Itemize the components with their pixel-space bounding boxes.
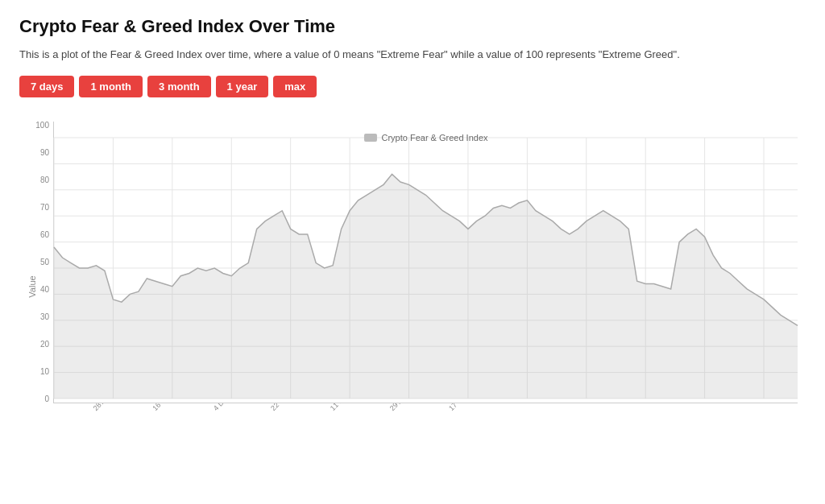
x-label: 10 Jul, 2023 [53, 403, 67, 412]
y-tick-80: 80 [40, 176, 49, 184]
x-label: 16 Oct, 2023 [151, 403, 186, 412]
subtitle: This is a plot of the Fear & Greed Index… [19, 47, 806, 63]
y-tick-90: 90 [40, 149, 49, 157]
legend: Crypto Fear & Greed Index [363, 133, 487, 143]
x-label: 17 Jun, 2024 [446, 403, 482, 412]
y-tick-10: 10 [40, 368, 49, 376]
x-label: 28 Aug, 2023 [91, 403, 127, 412]
legend-color-box [363, 134, 376, 142]
y-tick-0: 0 [44, 395, 49, 403]
chart-container: Value 0102030405060708090100 Crypto Fear… [19, 114, 806, 460]
btn-3month[interactable]: 3 month [147, 76, 211, 97]
btn-1year[interactable]: 1 year [216, 76, 269, 97]
x-label: 29 Apr, 2024 [388, 403, 423, 412]
x-label: 4 Dec, 2023 [211, 403, 244, 412]
y-axis: 0102030405060708090100 [19, 122, 53, 403]
btn-1month[interactable]: 1 month [79, 76, 143, 97]
y-tick-30: 30 [40, 313, 49, 321]
page-title: Crypto Fear & Greed Index Over Time [19, 16, 806, 37]
btn-7days[interactable]: 7 days [19, 76, 74, 97]
time-range-buttons: 7 days 1 month 3 month 1 year max [19, 76, 806, 97]
y-tick-20: 20 [40, 341, 49, 349]
y-tick-70: 70 [40, 204, 49, 212]
y-tick-60: 60 [40, 231, 49, 239]
x-axis: 10 Jul, 202328 Aug, 202316 Oct, 20234 De… [53, 403, 798, 460]
y-tick-40: 40 [40, 286, 49, 294]
y-tick-50: 50 [40, 258, 49, 266]
y-tick-100: 100 [35, 122, 49, 130]
chart-area: Crypto Fear & Greed Index [53, 122, 798, 403]
legend-label: Crypto Fear & Greed Index [381, 133, 487, 143]
x-label: 22 Jan, 2024 [269, 403, 305, 412]
btn-max[interactable]: max [273, 76, 317, 97]
x-label: 11 Mar, 2024 [328, 403, 363, 412]
